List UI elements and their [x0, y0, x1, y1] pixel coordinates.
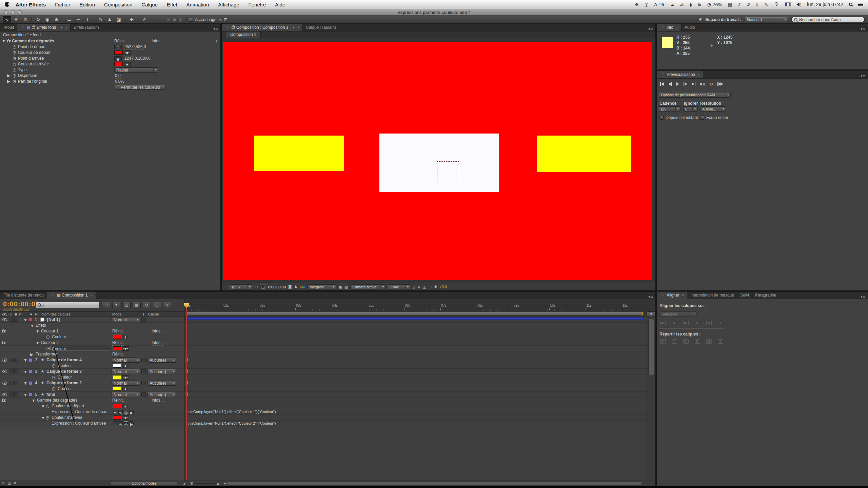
eyedropper-icon[interactable]: [124, 62, 131, 66]
tab-effets-aucun[interactable]: Effets (aucun): [71, 24, 102, 31]
twirl-right-icon[interactable]: ▶: [30, 352, 33, 357]
distribute-bottom-icon[interactable]: [683, 339, 689, 344]
loop-button[interactable]: ↻: [709, 81, 713, 87]
notification-center-icon[interactable]: [858, 3, 863, 6]
close-icon[interactable]: ×: [698, 71, 700, 78]
align-top-icon[interactable]: [695, 321, 700, 325]
expression-row-couleur-de-depart[interactable]: Expression : Couleur de départ = ∿ ◎ ▶ t…: [0, 409, 655, 415]
property-name[interactable]: Couleur: [58, 386, 72, 391]
shape-tool[interactable]: ▭: [65, 16, 74, 23]
selection-tool[interactable]: ↖: [3, 16, 11, 23]
audio-cell[interactable]: [9, 369, 14, 373]
track-matte-dropdown[interactable]: Aucun(e) ▼: [147, 392, 176, 397]
after-effects-version-icon[interactable]: Λ 16: [654, 2, 664, 7]
track-matte-cell[interactable]: [141, 392, 146, 396]
fx-badge-icon[interactable]: fx: [1, 340, 5, 345]
panel-grip[interactable]: [22, 25, 24, 29]
snap-checkbox[interactable]: [189, 18, 193, 22]
menu-clock[interactable]: lun. 29 juin 07:42: [807, 2, 843, 7]
property-name[interactable]: Couleur: [52, 334, 66, 340]
layer-name[interactable]: [Nul 1]: [47, 317, 60, 322]
twirl-down-icon[interactable]: ▼: [23, 369, 27, 374]
layer-name[interactable]: Calque de forme 4: [46, 357, 82, 363]
time-ruler[interactable]: 0s 01s 02s 03s 04s 05s 06s 07s 08s 09s 1…: [184, 303, 647, 311]
property-value[interactable]: 2247,0,1080,0: [124, 56, 151, 61]
color-swatch[interactable]: [113, 387, 121, 391]
zoom-button[interactable]: [18, 10, 22, 14]
shy-layers-icon[interactable]: ◫: [122, 302, 131, 308]
scroll-down-icon[interactable]: ▼: [647, 311, 655, 317]
align-right-icon[interactable]: [683, 321, 689, 325]
previous-frame-button[interactable]: [668, 81, 672, 87]
property-row-scatter[interactable]: ▶ ◷ Dispersion 0,0: [0, 73, 220, 79]
property-value[interactable]: 952,0,536,0: [124, 44, 146, 50]
effect-name[interactable]: Gamme des dégradés: [37, 398, 77, 403]
creative-cloud-icon[interactable]: ◎: [645, 2, 648, 7]
property-name-edit-field[interactable]: Couleur: [51, 346, 110, 350]
align-bottom-icon[interactable]: [718, 321, 723, 325]
twirl-down-icon[interactable]: ▼: [23, 381, 27, 386]
color-swatch[interactable]: [114, 50, 123, 55]
expression-graph-icon[interactable]: ∿: [118, 421, 123, 425]
full-screen-checkbox[interactable]: [700, 116, 704, 120]
distribute-right-icon[interactable]: [718, 339, 723, 344]
expression-row-couleur-d-arrivee[interactable]: Expression : Couleur d'arrivée = ∿ ◎ ▶ t…: [0, 421, 655, 426]
time-machine-icon[interactable]: ↺: [746, 2, 750, 7]
track-matte-dropdown[interactable]: Aucun(e) ▼: [147, 358, 176, 363]
audio-preview-button[interactable]: )): [700, 81, 705, 87]
layer-name[interactable]: fond: [46, 392, 55, 397]
color-swatch[interactable]: [113, 404, 121, 408]
play-button[interactable]: [676, 81, 679, 87]
layer-row-calque-forme-3[interactable]: ▼ 3 ★ Calque de forme 3 Normal ▼ Aucun(e…: [0, 369, 655, 374]
effect-name[interactable]: Couleur 1: [41, 328, 59, 334]
menu-composition[interactable]: Composition: [104, 2, 132, 7]
group-row-transformer[interactable]: ▶ Transformer Réinit. I: [0, 351, 655, 357]
eyedropper-icon[interactable]: [122, 404, 129, 408]
auto-keyframe-icon[interactable]: ◷: [153, 302, 161, 308]
group-name[interactable]: Transformer: [36, 351, 58, 357]
eyedropper-icon[interactable]: [122, 364, 129, 368]
fx-badge-icon[interactable]: fx: [1, 398, 5, 403]
last-frame-button[interactable]: [692, 81, 695, 87]
twirl-down-icon[interactable]: ▼: [2, 38, 6, 44]
property-name[interactable]: Couleur d'arrivée: [52, 415, 82, 420]
twirl-down-icon[interactable]: ▼: [41, 404, 45, 409]
property-row-type[interactable]: ◷ Type Radial ▼: [0, 67, 220, 73]
expression-graph-icon[interactable]: ∿: [118, 410, 123, 414]
cloud-icon[interactable]: ☁: [670, 2, 674, 7]
twirl-down-icon[interactable]: ▼: [23, 358, 27, 363]
about-link[interactable]: Infos...: [152, 38, 164, 44]
twirl-down-icon[interactable]: ▼: [32, 398, 36, 403]
property-row-couleur[interactable]: ◷ Couleur I: [0, 334, 655, 340]
always-preview-icon[interactable]: ⊞: [224, 285, 228, 289]
composition-flowchart-icon[interactable]: ⊡: [102, 302, 110, 308]
twirl-down-icon[interactable]: ▼: [36, 340, 40, 346]
layer-name[interactable]: Calque de forme 2: [46, 380, 82, 386]
stopwatch-icon[interactable]: ◷: [46, 403, 49, 409]
tab-aligner[interactable]: Aligner ×: [657, 291, 687, 299]
expression-text[interactable]: thisComp.layer("Nul 1").effect("Couleur …: [188, 409, 276, 414]
scroll-left-icon[interactable]: ◀: [223, 482, 225, 485]
exposure-value[interactable]: +0,0: [439, 285, 447, 289]
enable-expression-icon[interactable]: =: [113, 421, 117, 425]
color-swatch[interactable]: [113, 415, 121, 420]
menu-fenetre[interactable]: Fenêtre: [249, 2, 266, 7]
pin-tool[interactable]: ✐: [140, 16, 149, 23]
brush-tool[interactable]: ✎: [96, 16, 105, 23]
property-row-couleur-d-arrivee[interactable]: ▼ ◷ Couleur d'arrivée I: [0, 415, 655, 421]
color-swatch[interactable]: [113, 375, 121, 379]
scrollbar-thumb[interactable]: [648, 318, 654, 376]
eyedropper-icon[interactable]: [124, 50, 131, 55]
battery-icon[interactable]: ◔ 26%: [707, 2, 722, 7]
layer-duration-bar[interactable]: [185, 317, 644, 320]
name-column-header[interactable]: Nom des calques: [42, 312, 71, 317]
effect-name[interactable]: Couleur 2: [41, 340, 59, 345]
enable-expression-icon[interactable]: =: [113, 410, 117, 414]
options-modes-button[interactable]: Options/modes: [111, 481, 177, 485]
twirl-right-icon[interactable]: ▶: [7, 79, 10, 84]
expand-inout-icon[interactable]: ⇵: [14, 481, 16, 485]
hand-tool[interactable]: ✱: [12, 16, 20, 23]
pen-tool[interactable]: ✒: [74, 16, 83, 23]
audio-cell[interactable]: [9, 392, 14, 396]
from-current-time-checkbox[interactable]: [659, 116, 664, 120]
